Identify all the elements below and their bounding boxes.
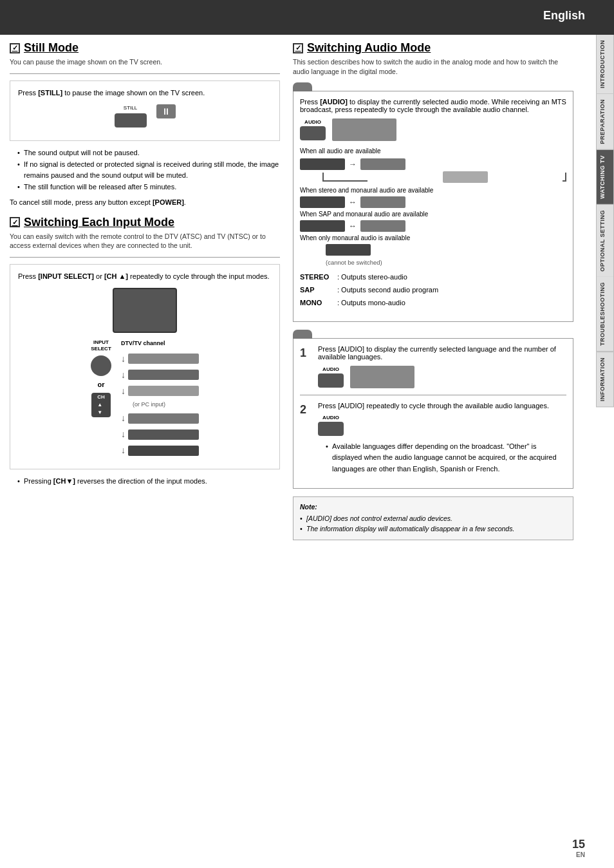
channel-entry-1: ↓	[121, 352, 199, 366]
digital-indicator-row	[293, 330, 573, 339]
input-mode-content: Press [INPUT SELECT] or [CH ▲] repeatedl…	[10, 264, 280, 470]
mono-pill-2	[360, 196, 405, 208]
step-2-bullets: Available languages differ depending on …	[326, 441, 566, 475]
audio-button-container: AUDIO	[300, 119, 326, 140]
input-select-button	[91, 355, 111, 376]
mono-label: MONO	[300, 297, 332, 310]
audio-mode-section: ✓ Switching Audio Mode This section desc…	[293, 41, 573, 540]
analog-section: Press [AUDIO] to display the currently s…	[293, 91, 573, 321]
step1-audio-button	[318, 373, 344, 388]
digital-section-indicator	[293, 330, 312, 339]
input-mode-title: ✓ Switching Each Input Mode	[10, 216, 280, 229]
right-column: ✓ Switching Audio Mode This section desc…	[293, 41, 573, 540]
channel-bar-1	[128, 354, 199, 364]
or-pc-label: (or PC input)	[133, 401, 165, 410]
audio-mode-checkbox-icon: ✓	[293, 43, 303, 53]
channel-entry-2: ↓	[121, 368, 199, 382]
still-mode-section: ✓ Still Mode You can pause the image sho…	[10, 41, 280, 206]
step1-audio-button-container: AUDIO	[318, 366, 344, 388]
dtv-label: DTV/TV channel	[121, 339, 165, 348]
analog-section-indicator	[293, 82, 312, 91]
analog-indicator-row	[293, 82, 573, 91]
audio-labels: STEREO : Outputs stereo-audio SAP : Outp…	[300, 271, 566, 309]
audio-label: AUDIO	[300, 119, 326, 125]
step2-audio-label: AUDIO	[318, 415, 344, 420]
tab-optional-setting[interactable]: OPTIONAL SETTING	[596, 205, 614, 278]
sap-pill	[360, 158, 405, 170]
step-1-number: 1	[300, 346, 313, 388]
when-only-mono-label: When only monaural audio is available	[300, 234, 566, 241]
or-text: or	[98, 379, 105, 390]
audio-mode-desc: This section describes how to switch the…	[293, 57, 573, 76]
step-2-number: 2	[300, 403, 313, 475]
step-2-illustration: AUDIO	[318, 415, 566, 436]
ch-button: CH▲▼	[91, 393, 111, 417]
still-label: STILL	[115, 104, 147, 112]
tab-preparation[interactable]: PREPARATION	[596, 94, 614, 150]
step2-audio-button-container: AUDIO	[318, 415, 344, 436]
step2-audio-button	[318, 422, 344, 436]
return-arrow-right	[563, 173, 566, 182]
channel-list: DTV/TV channel ↓ ↓ ↓ (o	[121, 339, 199, 457]
when-stereo-mono-label: When stereo and monaural audio are avail…	[300, 187, 566, 194]
tv-diagram	[18, 288, 272, 333]
sap-label: SAP	[300, 284, 332, 297]
channel-entry-3: ↓	[121, 384, 199, 398]
mono-only-row	[326, 244, 566, 258]
note-title: Note:	[300, 502, 566, 513]
still-mode-checkbox-icon: ✓	[10, 43, 20, 53]
sap-row: SAP : Outputs second audio program	[300, 284, 566, 297]
step-2-bullet: Available languages differ depending on …	[326, 441, 566, 475]
tab-watching-tv[interactable]: WATCHING TV	[596, 150, 614, 205]
step-2-instruction: Press [AUDIO] repeatedly to cycle throug…	[318, 402, 566, 410]
channel-bar-3	[128, 386, 199, 396]
sap-pill-2	[300, 220, 345, 232]
channel-entry-5: ↓	[121, 428, 199, 441]
arrow-right-1: →	[349, 160, 357, 169]
tab-information[interactable]: INFORMATION	[596, 352, 614, 407]
input-mode-desc: You can easily switch with the remote co…	[10, 232, 280, 250]
pause-icon: ⏸	[156, 104, 176, 118]
remote-controls: INPUTSELECT or CH▲▼	[91, 339, 111, 417]
input-mode-checkbox-icon: ✓	[10, 217, 20, 227]
arrow-lr-1: ↔	[349, 198, 357, 207]
channel-bar-2	[128, 370, 199, 380]
still-remote-button	[115, 113, 147, 127]
channel-entry-6: ↓	[121, 444, 199, 457]
still-bullet-1: The sound output will not be paused.	[17, 147, 280, 159]
header-title: English	[543, 9, 585, 22]
mono-pill	[443, 171, 488, 183]
channel-entry-4: ↓	[121, 411, 199, 425]
input-mode-bullets: Pressing [CH▼] reverses the direction of…	[17, 476, 280, 487]
analog-instruction: Press [AUDIO] to display the currently s…	[300, 98, 566, 113]
note-box: Note: [AUDIO] does not control external …	[293, 496, 573, 540]
stereo-label: STEREO	[300, 271, 332, 284]
step1-tv-display	[350, 366, 414, 388]
header: English	[0, 0, 614, 35]
left-column: ✓ Still Mode You can pause the image sho…	[10, 41, 280, 540]
step1-audio-label: AUDIO	[318, 366, 344, 372]
note-item-1: [AUDIO] does not control external audio …	[300, 514, 566, 524]
stereo-desc: : Outputs stereo-audio	[337, 271, 407, 284]
audio-tv-display	[332, 118, 396, 141]
still-button-container: STILL	[115, 104, 147, 127]
stereo-pill	[300, 158, 345, 170]
sap-desc: : Outputs second audio program	[337, 284, 438, 297]
still-mode-bullets: The sound output will not be paused. If …	[17, 147, 280, 193]
when-sap-mono-label: When SAP and monaural audio are availabl…	[300, 211, 566, 218]
page-number-container: 15 EN	[572, 838, 585, 858]
still-mode-illustration: STILL ⏸	[18, 104, 272, 127]
tab-troubleshooting[interactable]: TROUBLESHOOTING	[596, 277, 614, 352]
when-all-label: When all audio are available	[300, 147, 566, 155]
step-1-content: Press [AUDIO] to display the currently s…	[318, 345, 566, 388]
tab-introduction[interactable]: INTRODUCTION	[596, 35, 614, 94]
page-number: 15	[572, 838, 585, 851]
channel-bar-5	[128, 429, 199, 440]
mono-desc: : Outputs mono-audio	[337, 297, 405, 310]
stereo-pill-2	[300, 196, 345, 208]
channel-bar-4	[128, 413, 199, 424]
stereo-mono-row: ↔	[300, 196, 566, 208]
all-audio-row2	[300, 171, 566, 183]
tv-screen-big	[113, 288, 177, 333]
digital-section: 1 Press [AUDIO] to display the currently…	[293, 338, 573, 489]
